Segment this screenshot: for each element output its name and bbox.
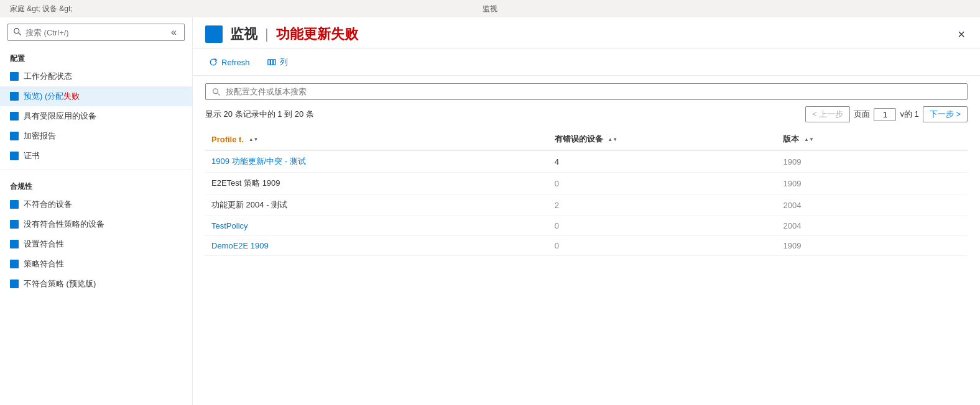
top-nav: 家庭 &gt; 设备 &gt; 监视 [0, 0, 980, 17]
sidebar-label-preview: 预览) (分配失败 [24, 91, 80, 102]
table-row: TestPolicy02004 [205, 216, 968, 236]
refresh-button[interactable]: Refresh [205, 55, 254, 70]
col-profile-sort[interactable]: ▲▼ [249, 137, 259, 142]
sidebar-label-policycompliance: 策略符合性 [24, 258, 64, 270]
sidebar-item-preview[interactable]: 预览) (分配失败 [0, 86, 192, 106]
svg-line-6 [218, 93, 220, 95]
svg-point-0 [14, 28, 19, 33]
data-table: Profile t. ▲▼ 有错误的设备 ▲▼ 版本 ▲▼ [205, 129, 968, 256]
sidebar-label-cert: 证书 [24, 150, 40, 162]
col-devices-label: 有错误的设备 [555, 134, 603, 143]
sidebar-item-noncompliant[interactable]: 不符合的设备 [0, 194, 192, 214]
main-layout: « 配置 工作分配状态 预览) (分配失败 具有受限应用的设备 加密报告 证书 … [0, 17, 980, 405]
sidebar-item-noncompliantpolicy[interactable]: 不符合策略 (预览版) [0, 274, 192, 294]
cell-profile[interactable]: DemoE2E 1909 [205, 236, 548, 256]
sidebar-item-encrypt[interactable]: 加密报告 [0, 126, 192, 146]
refresh-label: Refresh [221, 58, 250, 67]
profile-link[interactable]: TestPolicy [211, 221, 248, 230]
sidebar-icon-setcompliance [10, 240, 19, 248]
sidebar-label-limited: 具有受限应用的设备 [24, 111, 96, 122]
cell-devices: 0 [548, 173, 777, 194]
sidebar-icon-limited [10, 112, 19, 121]
sidebar-icon-noncompliantpolicy [10, 280, 19, 288]
title-separator: | [261, 26, 272, 42]
close-button[interactable]: × [955, 27, 968, 42]
svg-rect-4 [273, 60, 275, 65]
sidebar-label-setcompliance: 设置符合性 [24, 239, 64, 250]
refresh-icon [209, 58, 218, 66]
filter-input[interactable] [226, 87, 961, 96]
search-bar-container: « [7, 24, 185, 41]
page-of: v的 1 [900, 109, 918, 120]
sidebar-item-limited[interactable]: 具有受限应用的设备 [0, 106, 192, 126]
filter-bar [205, 83, 968, 100]
sidebar-icon-workdist [10, 72, 19, 81]
svg-line-1 [19, 33, 21, 35]
search-input[interactable] [25, 28, 165, 37]
sidebar: « 配置 工作分配状态 预览) (分配失败 具有受限应用的设备 加密报告 证书 … [0, 17, 193, 405]
cell-profile: E2ETest 策略 1909 [205, 173, 548, 194]
breadcrumb: 家庭 &gt; 设备 &gt; [10, 4, 73, 14]
content-area: 监视 | 功能更新失败 × Refresh 列 显示 20 条 [193, 17, 980, 405]
sidebar-item-policycompliance[interactable]: 策略符合性 [0, 254, 192, 274]
svg-point-5 [213, 88, 218, 93]
col-profile-label: Profile t. [211, 135, 244, 144]
sidebar-item-nopolicy[interactable]: 没有符合性策略的设备 [0, 214, 192, 234]
page-title: 监视 | 功能更新失败 [230, 25, 358, 43]
next-button[interactable]: 下一步 > [923, 106, 968, 122]
columns-label: 列 [280, 57, 288, 68]
record-info: 显示 20 条记录中的 1 到 20 条 [205, 109, 314, 120]
sidebar-label-encrypt: 加密报告 [24, 130, 56, 142]
cell-profile: 功能更新 2004 - 测试 [205, 194, 548, 216]
cell-version: 2004 [777, 216, 968, 236]
collapse-button[interactable]: « [169, 27, 179, 38]
table-row: 功能更新 2004 - 测试22004 [205, 194, 968, 216]
profile-link[interactable]: DemoE2E 1909 [211, 241, 269, 250]
table-row: E2ETest 策略 190901909 [205, 173, 968, 194]
cell-profile[interactable]: 1909 功能更新/中突 - 测试 [205, 150, 548, 173]
filter-search-icon [212, 88, 221, 96]
page-icon [205, 25, 223, 43]
cell-version: 2004 [777, 194, 968, 216]
col-version-label: 版本 [783, 134, 799, 143]
page-label: 页面 [854, 109, 870, 120]
sidebar-label-noncompliant: 不符合的设备 [24, 199, 72, 210]
table-row: 1909 功能更新/中突 - 测试41909 [205, 150, 968, 173]
sidebar-icon-preview [10, 92, 19, 101]
page-input[interactable] [874, 108, 896, 121]
col-header-profile[interactable]: Profile t. ▲▼ [205, 129, 548, 150]
svg-rect-2 [267, 60, 270, 65]
sidebar-item-cert[interactable]: 证书 [0, 146, 192, 166]
prev-button[interactable]: < 上一步 [805, 106, 850, 122]
sidebar-item-workdist[interactable]: 工作分配状态 [0, 66, 192, 86]
cell-devices: 0 [548, 216, 777, 236]
top-nav-center-label: 监视 [483, 4, 497, 14]
sidebar-icon-policycompliance [10, 260, 19, 268]
sidebar-icon-nopolicy [10, 220, 19, 229]
sidebar-section-config: 配置 [0, 46, 192, 66]
table-row: DemoE2E 190901909 [205, 236, 968, 256]
table-header-row: Profile t. ▲▼ 有错误的设备 ▲▼ 版本 ▲▼ [205, 129, 968, 150]
col-header-version[interactable]: 版本 ▲▼ [777, 129, 968, 150]
col-header-devices[interactable]: 有错误的设备 ▲▼ [548, 129, 777, 150]
cell-profile[interactable]: TestPolicy [205, 216, 548, 236]
content-body: 显示 20 条记录中的 1 到 20 条 < 上一步 页面 v的 1 下一步 >… [193, 76, 980, 405]
cell-devices: 0 [548, 236, 777, 256]
svg-rect-3 [270, 60, 273, 65]
cell-version: 1909 [777, 173, 968, 194]
search-icon [13, 27, 22, 38]
sidebar-icon-encrypt [10, 132, 19, 140]
title-main: 功能更新失败 [276, 26, 358, 42]
sidebar-item-setcompliance[interactable]: 设置符合性 [0, 234, 192, 254]
columns-button[interactable]: 列 [264, 54, 292, 70]
col-devices-sort[interactable]: ▲▼ [608, 137, 617, 142]
cell-version: 1909 [777, 150, 968, 173]
toolbar: Refresh 列 [193, 49, 980, 76]
profile-link[interactable]: 1909 功能更新/中突 - 测试 [211, 157, 306, 166]
col-version-sort[interactable]: ▲▼ [804, 137, 814, 142]
sidebar-divider [0, 170, 192, 170]
columns-icon [267, 58, 276, 66]
cell-devices: 2 [548, 194, 777, 216]
sidebar-label-noncompliantpolicy: 不符合策略 (预览版) [24, 278, 96, 289]
sidebar-label-workdist: 工作分配状态 [24, 71, 72, 82]
